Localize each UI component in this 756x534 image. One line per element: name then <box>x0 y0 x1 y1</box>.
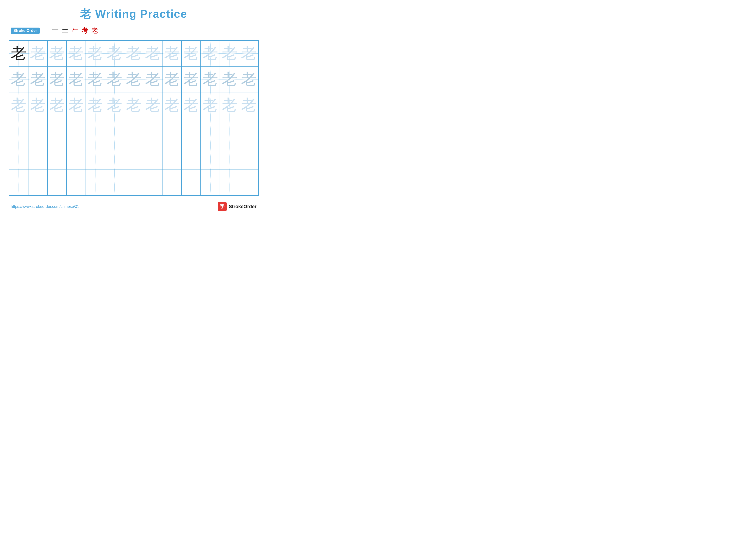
grid-cell[interactable]: 老 <box>162 92 181 118</box>
grid-cell[interactable]: 老 <box>124 92 143 118</box>
grid-cell[interactable]: 老 <box>143 92 162 118</box>
grid-cell[interactable]: 老 <box>201 66 220 92</box>
grid-cell[interactable] <box>124 144 143 170</box>
footer: https://www.strokeorder.com/chinese/老 字 … <box>9 202 258 211</box>
grid-cell[interactable] <box>201 170 220 195</box>
grid-cell[interactable]: 老 <box>9 66 28 92</box>
grid-cell[interactable]: 老 <box>181 92 201 118</box>
grid-cell[interactable] <box>201 144 220 170</box>
brand-icon: 字 <box>218 202 227 211</box>
grid-cell[interactable]: 老 <box>143 40 162 66</box>
grid-cell[interactable] <box>143 170 162 195</box>
grid-cell[interactable] <box>239 144 258 170</box>
grid-cell[interactable] <box>28 170 47 195</box>
grid-cell[interactable]: 老 <box>162 66 181 92</box>
grid-cell[interactable] <box>105 170 124 195</box>
stroke-order-badge: Stroke Order <box>11 28 40 34</box>
grid-cell[interactable] <box>124 170 143 195</box>
grid-cell[interactable] <box>67 118 86 144</box>
grid-cell[interactable]: 老 <box>47 92 67 118</box>
grid-cell[interactable]: 老 <box>28 92 47 118</box>
grid-cell[interactable]: 老 <box>86 92 105 118</box>
grid-cell[interactable] <box>9 118 28 144</box>
grid-cell[interactable]: 老 <box>162 40 181 66</box>
stroke-6: 老 <box>92 26 98 35</box>
grid-cell[interactable] <box>162 144 181 170</box>
grid-cell[interactable]: 老 <box>220 92 239 118</box>
stroke-3: 土 <box>62 26 68 35</box>
grid-cell[interactable]: 老 <box>47 66 67 92</box>
stroke-sequence: 一 十 土 𠂉 考 老 <box>42 26 98 35</box>
grid-cell[interactable] <box>143 118 162 144</box>
grid-cell[interactable] <box>124 118 143 144</box>
practice-grid: 老老老老老老老老老老老老老老老老老老老老老老老老老老老老老老老老老老老老老老老 <box>9 40 258 196</box>
grid-cell[interactable]: 老 <box>105 66 124 92</box>
title-chinese: 老 <box>80 8 92 20</box>
grid-cell[interactable]: 老 <box>239 92 258 118</box>
grid-cell[interactable]: 老 <box>67 92 86 118</box>
grid-cell[interactable]: 老 <box>28 66 47 92</box>
page-title: 老 Writing Practice <box>9 7 258 21</box>
grid-cell[interactable] <box>220 170 239 195</box>
grid-cell[interactable] <box>239 118 258 144</box>
grid-cell[interactable] <box>220 118 239 144</box>
grid-cell[interactable] <box>9 170 28 195</box>
title-text: Writing Practice <box>92 8 187 20</box>
grid-cell[interactable] <box>105 118 124 144</box>
grid-cell[interactable]: 老 <box>181 66 201 92</box>
grid-cell[interactable]: 老 <box>181 40 201 66</box>
grid-cell[interactable] <box>201 118 220 144</box>
grid-cell[interactable] <box>47 118 67 144</box>
grid-cell[interactable]: 老 <box>86 40 105 66</box>
grid-cell[interactable] <box>86 170 105 195</box>
grid-cell[interactable] <box>143 144 162 170</box>
grid-cell[interactable] <box>28 144 47 170</box>
grid-cell[interactable]: 老 <box>9 40 28 66</box>
stroke-order-row: Stroke Order 一 十 土 𠂉 考 老 <box>9 26 258 35</box>
grid-cell[interactable] <box>162 170 181 195</box>
grid-cell[interactable]: 老 <box>28 40 47 66</box>
grid-cell[interactable]: 老 <box>67 40 86 66</box>
grid-cell[interactable] <box>86 118 105 144</box>
grid-cell[interactable]: 老 <box>201 92 220 118</box>
footer-brand: 字 StrokeOrder <box>218 202 256 211</box>
grid-cell[interactable] <box>105 144 124 170</box>
grid-cell[interactable] <box>9 144 28 170</box>
grid-cell[interactable]: 老 <box>105 40 124 66</box>
grid-cell[interactable]: 老 <box>124 66 143 92</box>
grid-cell[interactable]: 老 <box>239 40 258 66</box>
stroke-1: 一 <box>42 26 49 35</box>
grid-cell[interactable] <box>86 144 105 170</box>
grid-cell[interactable]: 老 <box>201 40 220 66</box>
brand-name: StrokeOrder <box>229 204 256 209</box>
stroke-4: 𠂉 <box>71 27 78 35</box>
grid-cell[interactable] <box>67 170 86 195</box>
stroke-2: 十 <box>52 26 59 35</box>
grid-cell[interactable]: 老 <box>124 40 143 66</box>
grid-cell[interactable] <box>162 118 181 144</box>
grid-cell[interactable] <box>239 170 258 195</box>
stroke-5: 考 <box>81 26 88 35</box>
grid-cell[interactable]: 老 <box>47 40 67 66</box>
grid-cell[interactable]: 老 <box>9 92 28 118</box>
grid-cell[interactable]: 老 <box>220 66 239 92</box>
grid-cell[interactable]: 老 <box>143 66 162 92</box>
grid-cell[interactable] <box>67 144 86 170</box>
grid-cell[interactable] <box>220 144 239 170</box>
grid-cell[interactable] <box>28 118 47 144</box>
grid-cell[interactable] <box>181 170 201 195</box>
grid-cell[interactable] <box>47 144 67 170</box>
grid-cell[interactable]: 老 <box>220 40 239 66</box>
grid-cell[interactable]: 老 <box>86 66 105 92</box>
grid-cell[interactable]: 老 <box>239 66 258 92</box>
grid-cell[interactable] <box>181 144 201 170</box>
grid-cell[interactable]: 老 <box>67 66 86 92</box>
grid-cell[interactable] <box>181 118 201 144</box>
grid-cell[interactable] <box>47 170 67 195</box>
footer-url: https://www.strokeorder.com/chinese/老 <box>11 204 79 209</box>
grid-cell[interactable]: 老 <box>105 92 124 118</box>
